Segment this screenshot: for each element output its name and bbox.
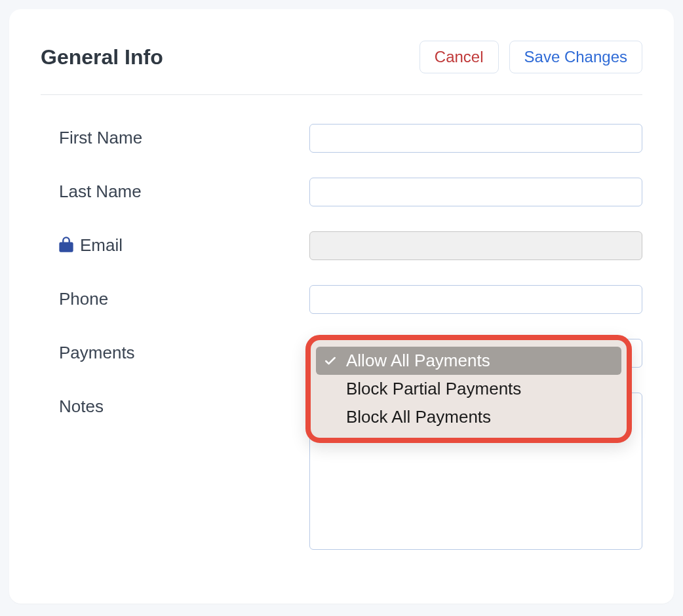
payments-option-label: Block All Payments <box>346 407 491 427</box>
payments-dropdown-menu: Allow All Payments Block Partial Payment… <box>305 335 632 443</box>
email-label-col: Email <box>41 231 309 256</box>
notes-label: Notes <box>59 396 104 417</box>
cancel-button[interactable]: Cancel <box>420 41 499 73</box>
email-input <box>309 231 642 260</box>
payments-option-label: Allow All Payments <box>346 351 490 371</box>
phone-label: Phone <box>59 289 108 309</box>
payments-option-block-all[interactable]: Block All Payments <box>316 403 621 431</box>
payments-row: Payments Allow All Payments Block Partia… <box>41 339 642 368</box>
phone-input[interactable] <box>309 285 642 314</box>
phone-label-col: Phone <box>41 285 309 309</box>
last-name-label: Last Name <box>59 182 142 202</box>
payments-option-label: Block Partial Payments <box>346 379 521 399</box>
save-changes-button[interactable]: Save Changes <box>509 41 642 73</box>
card-header: General Info Cancel Save Changes <box>41 41 642 95</box>
notes-label-col: Notes <box>41 393 309 417</box>
payments-label: Payments <box>59 343 135 363</box>
first-name-label-col: First Name <box>41 124 309 148</box>
email-label: Email <box>80 235 123 256</box>
email-row: Email <box>41 231 642 260</box>
lock-icon <box>59 236 73 256</box>
payments-option-allow-all[interactable]: Allow All Payments <box>316 347 621 375</box>
check-icon <box>322 355 338 368</box>
first-name-label: First Name <box>59 128 142 148</box>
phone-row: Phone <box>41 285 642 314</box>
general-info-card: General Info Cancel Save Changes First N… <box>9 9 674 604</box>
first-name-row: First Name <box>41 124 642 153</box>
last-name-label-col: Last Name <box>41 178 309 202</box>
payments-option-block-partial[interactable]: Block Partial Payments <box>316 375 621 403</box>
first-name-input[interactable] <box>309 124 642 153</box>
payments-label-col: Payments <box>41 339 309 363</box>
header-actions: Cancel Save Changes <box>420 41 642 73</box>
last-name-row: Last Name <box>41 178 642 206</box>
last-name-input[interactable] <box>309 178 642 206</box>
page-title: General Info <box>41 45 163 69</box>
